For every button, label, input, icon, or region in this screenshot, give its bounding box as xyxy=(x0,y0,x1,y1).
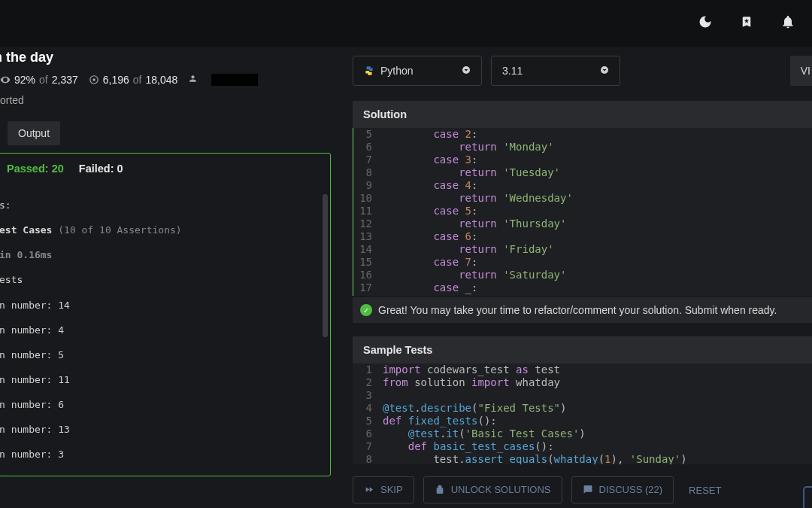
lock-icon xyxy=(435,485,445,494)
code-line: 9 case 4: xyxy=(353,179,812,192)
user-icon xyxy=(188,73,198,87)
fast-forward-icon xyxy=(364,485,374,494)
submit-button[interactable] xyxy=(803,486,812,508)
results-body: s:est Cases (10 of 10 Assertions)in 0.16… xyxy=(0,182,330,467)
code-line: 5 case 2: xyxy=(353,128,812,141)
result-line: n number: 4 xyxy=(0,318,330,342)
stat-percent: 92% xyxy=(14,74,35,86)
language-selector[interactable]: Python xyxy=(353,56,482,86)
code-line: 17 case _: xyxy=(353,281,812,294)
skip-label: SKIP xyxy=(380,484,403,495)
sample-editor[interactable]: 1import codewars_test as test2from solut… xyxy=(353,364,812,464)
discuss-label: DISCUSS (22) xyxy=(599,484,663,495)
tab-output[interactable]: Output xyxy=(8,121,60,145)
code-line: 8 test.assert_equals(whatday(1), 'Sunday… xyxy=(353,453,812,464)
language-label: Python xyxy=(380,65,414,77)
notice-text: Great! You may take your time to refacto… xyxy=(378,304,777,316)
result-line: n number: 14 xyxy=(0,293,330,318)
scrollbar-thumb[interactable] xyxy=(323,194,328,337)
result-line: s: xyxy=(0,193,330,217)
failed-label: Failed: 0 xyxy=(79,163,123,175)
code-line: 11 case 5: xyxy=(353,205,812,217)
stat-of-2: of xyxy=(133,74,142,86)
selector-row: Python 3.11 VI xyxy=(353,56,812,86)
result-line: est Cases (10 of 10 Assertions) xyxy=(0,217,330,242)
action-bar: SKIP UNLOCK SOLUTIONS DISCUSS (22) RESET xyxy=(353,476,812,503)
result-line: n number: 6 xyxy=(0,392,330,417)
solution-title: Solution xyxy=(353,101,812,128)
code-line: 5def fixed_tests(): xyxy=(353,415,812,427)
stats-row: 92% of 2,337 6,196 of 18,048 xyxy=(0,65,338,90)
result-line: n number: 3 xyxy=(0,442,330,467)
unlock-label: UNLOCK SOLUTIONS xyxy=(451,484,551,495)
result-line: n number: 13 xyxy=(0,417,330,442)
stat-count: 6,196 xyxy=(103,74,129,86)
stat-of-1: of xyxy=(39,74,48,86)
sample-tests-panel: Sample Tests 1import codewars_test as te… xyxy=(353,336,812,464)
code-line: 10 return 'Wednesday' xyxy=(353,192,812,205)
stat-completion: 92% of 2,337 xyxy=(0,74,78,86)
bookmark-icon[interactable] xyxy=(740,14,753,32)
stat-percent-total: 2,337 xyxy=(52,74,78,86)
stat-attempts: 6,196 of 18,048 xyxy=(89,74,178,86)
page-title: n the day xyxy=(0,47,338,65)
comment-icon xyxy=(583,485,593,494)
solution-panel: Solution 5 case 2:6 return 'Monday'7 cas… xyxy=(353,101,812,323)
top-bar xyxy=(0,0,812,47)
code-line: 18 return 'Wrong, please enter a number … xyxy=(353,294,812,296)
discuss-button[interactable]: DISCUSS (22) xyxy=(571,476,674,503)
stat-total: 18,048 xyxy=(146,74,178,86)
code-line: 14 return 'Friday' xyxy=(353,243,812,256)
code-line: 12 return 'Thursday' xyxy=(353,217,812,230)
code-line: 6 return 'Monday' xyxy=(353,141,812,154)
python-icon xyxy=(364,65,374,76)
version-label: 3.11 xyxy=(502,65,523,77)
code-line: 3 xyxy=(353,389,812,402)
version-selector[interactable]: 3.11 xyxy=(491,56,620,86)
code-line: 8 return 'Tuesday' xyxy=(353,166,812,179)
code-line: 7 case 3: xyxy=(353,154,812,166)
check-icon: ✓ xyxy=(360,304,372,316)
result-line: in 0.16ms xyxy=(0,242,330,267)
bell-icon[interactable] xyxy=(780,14,795,32)
code-line: 7 def basic_test_cases(): xyxy=(353,440,812,453)
code-line: 4@test.describe("Fixed Tests") xyxy=(353,402,812,415)
code-line: 13 case 6: xyxy=(353,230,812,243)
cursor-line-indicator xyxy=(353,128,353,296)
result-line: ests xyxy=(0,267,330,292)
vi-mode-button[interactable]: VI xyxy=(790,56,812,86)
code-line: 16 return 'Saturday' xyxy=(353,269,812,281)
chevron-down-icon xyxy=(462,64,471,78)
chevron-down-icon xyxy=(600,64,609,78)
scrollbar[interactable] xyxy=(322,176,329,470)
svg-point-2 xyxy=(92,78,95,81)
result-line: n number: 11 xyxy=(0,367,330,392)
code-line: 2from solution import whatday xyxy=(353,376,812,389)
dark-mode-icon[interactable] xyxy=(698,14,713,32)
sorted-label: orted xyxy=(0,90,338,111)
right-panel: Python 3.11 VI Solution 5 case 2:6 retur… xyxy=(338,47,812,508)
success-notice: ✓ Great! You may take your time to refac… xyxy=(353,297,812,323)
avatar[interactable] xyxy=(211,74,258,86)
reset-button[interactable]: RESET xyxy=(689,485,721,496)
result-line: n number: 5 xyxy=(0,342,330,367)
results-panel: Passed: 20 Failed: 0 s:est Cases (10 of … xyxy=(0,153,331,476)
code-line: 1import codewars_test as test xyxy=(353,364,812,376)
unlock-button[interactable]: UNLOCK SOLUTIONS xyxy=(423,476,562,503)
sample-title: Sample Tests xyxy=(353,336,812,364)
code-line: 15 case 7: xyxy=(353,256,812,269)
passed-label: Passed: 20 xyxy=(7,163,64,175)
solution-editor[interactable]: 5 case 2:6 return 'Monday'7 case 3:8 ret… xyxy=(353,128,812,296)
left-panel: n the day 92% of 2,337 6,196 of 18,048 o… xyxy=(0,47,338,508)
code-line: 6 @test.it('Basic Test Cases') xyxy=(353,427,812,440)
skip-button[interactable]: SKIP xyxy=(353,476,414,503)
